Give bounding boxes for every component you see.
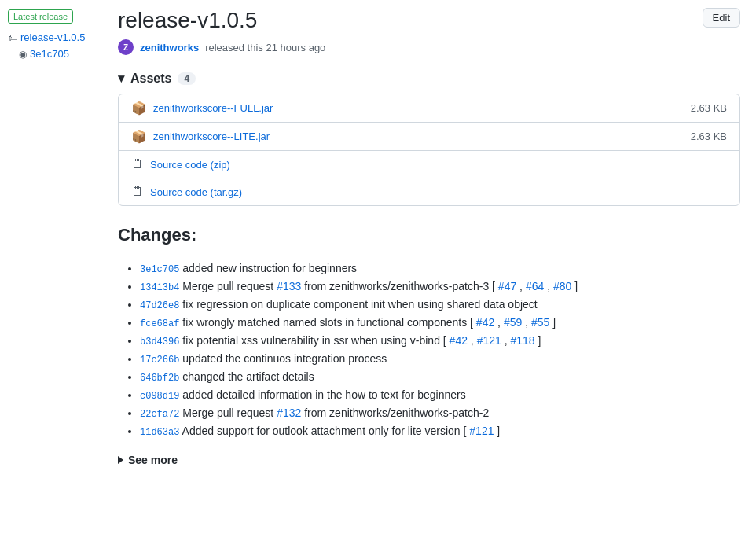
source-zip-link[interactable]: Source code (zip) bbox=[150, 159, 230, 171]
assets-list: 📦 zenithworkscore--FULL.jar 2.63 KB 📦 ze… bbox=[118, 94, 740, 206]
commit-hash-link[interactable]: 11d63a3 bbox=[140, 427, 179, 438]
commit-text: Merge pull request bbox=[182, 280, 277, 292]
release-title: release-v1.0.5 bbox=[118, 8, 257, 33]
asset-lite-jar-link[interactable]: zenithworkscore--LITE.jar bbox=[153, 131, 270, 142]
changes-section: Changes: 3e1c705 added new instruction f… bbox=[118, 225, 740, 438]
asset-full-jar-size: 2.63 KB bbox=[691, 102, 727, 114]
issue-link[interactable]: #118 bbox=[510, 334, 534, 347]
commit-hash-link[interactable]: 13413b4 bbox=[140, 282, 179, 293]
see-more-label: See more bbox=[128, 454, 178, 466]
issue-link[interactable]: #121 bbox=[469, 425, 494, 437]
list-item: 47d26e8 fix regression on duplicate comp… bbox=[140, 298, 740, 311]
list-item: fce68af fix wrongly matched named slots … bbox=[140, 316, 740, 329]
sidebar-tag-label: release-v1.0.5 bbox=[20, 31, 85, 43]
commit-hash-link[interactable]: 17c266b bbox=[140, 355, 179, 366]
source-targz-item: 🗒 Source code (tar.gz) bbox=[119, 178, 739, 205]
assets-section: ▾ Assets 4 📦 zenithworkscore--FULL.jar 2… bbox=[118, 71, 740, 206]
commit-text: Added support for outlook attachment onl… bbox=[182, 425, 470, 437]
latest-release-badge: Latest release bbox=[8, 9, 73, 24]
targz-icon: 🗒 bbox=[131, 185, 144, 199]
issue-link[interactable]: #64 bbox=[526, 280, 544, 292]
issue-link[interactable]: #59 bbox=[504, 316, 522, 329]
sidebar-commit-label: 3e1c705 bbox=[30, 48, 69, 60]
list-item: c098d19 added detailed information in th… bbox=[140, 388, 740, 402]
sidebar-commit[interactable]: ◉ 3e1c705 bbox=[8, 48, 94, 60]
commit-text: updated the continuos integration proces… bbox=[182, 352, 387, 365]
changes-title: Changes: bbox=[118, 225, 740, 252]
assets-title: Assets bbox=[130, 72, 171, 86]
commit-text: fix regression on duplicate component in… bbox=[182, 298, 537, 311]
asset-item: 📦 zenithworkscore--LITE.jar 2.63 KB bbox=[119, 123, 739, 151]
asset-item: 📦 zenithworkscore--FULL.jar 2.63 KB bbox=[119, 94, 739, 123]
commit-hash-link[interactable]: 47d26e8 bbox=[140, 300, 179, 311]
commit-hash-link[interactable]: 22cfa72 bbox=[140, 409, 179, 420]
asset-lite-jar-size: 2.63 KB bbox=[691, 131, 727, 142]
comma: , bbox=[525, 316, 531, 329]
comma: , bbox=[471, 334, 477, 347]
commit-icon: ◉ bbox=[19, 49, 27, 60]
sidebar: Latest release 🏷 release-v1.0.5 ◉ 3e1c70… bbox=[0, 0, 102, 482]
pr-link[interactable]: #132 bbox=[277, 406, 301, 419]
release-meta: Z zenithworks released this 21 hours ago bbox=[118, 39, 740, 55]
issue-link[interactable]: #55 bbox=[531, 316, 549, 329]
list-item: 3e1c705 added new instruction for beginn… bbox=[140, 262, 740, 275]
list-item: 17c266b updated the continuos integratio… bbox=[140, 352, 740, 366]
list-item: b3d4396 fix potential xss vulnerability … bbox=[140, 334, 740, 348]
asset-full-jar-link[interactable]: zenithworkscore--FULL.jar bbox=[153, 102, 273, 114]
bracket: ] bbox=[497, 425, 500, 437]
see-more[interactable]: See more bbox=[118, 454, 740, 466]
source-targz-link[interactable]: Source code (tar.gz) bbox=[150, 186, 242, 198]
changes-list: 3e1c705 added new instruction for beginn… bbox=[118, 262, 740, 438]
commit-text: from zenithworks/zenithworks-patch-2 bbox=[304, 406, 489, 419]
list-item: 646bf2b changed the artifact details bbox=[140, 370, 740, 384]
commit-hash-link[interactable]: fce68af bbox=[140, 318, 179, 329]
bracket: ] bbox=[552, 316, 556, 329]
comma: , bbox=[519, 280, 526, 292]
assets-header[interactable]: ▾ Assets 4 bbox=[118, 71, 740, 86]
list-item: 13413b4 Merge pull request #133 from zen… bbox=[140, 280, 740, 293]
commit-hash-link[interactable]: 646bf2b bbox=[140, 373, 179, 384]
commit-text: added new instruction for beginners bbox=[182, 262, 357, 274]
pr-link[interactable]: #133 bbox=[277, 280, 301, 292]
assets-count: 4 bbox=[178, 72, 196, 85]
sidebar-tag[interactable]: 🏷 release-v1.0.5 bbox=[8, 31, 94, 43]
commit-text: fix potential xss vulnerability in ssr w… bbox=[182, 334, 449, 347]
commit-hash-link[interactable]: c098d19 bbox=[140, 391, 179, 402]
bracket: ] bbox=[574, 280, 578, 292]
release-header: release-v1.0.5 Edit bbox=[118, 8, 740, 33]
commit-hash-link[interactable]: 3e1c705 bbox=[140, 264, 179, 275]
list-item: 11d63a3 Added support for outlook attach… bbox=[140, 425, 740, 438]
list-item: 22cfa72 Merge pull request #132 from zen… bbox=[140, 406, 740, 420]
source-zip-item: 🗒 Source code (zip) bbox=[119, 151, 739, 178]
commit-text: from zenithworks/zenithworks-patch-3 [ bbox=[304, 280, 498, 292]
asset-left: 📦 zenithworkscore--LITE.jar bbox=[131, 129, 270, 144]
avatar: Z bbox=[118, 39, 134, 55]
commit-text: changed the artifact details bbox=[182, 370, 314, 383]
comma: , bbox=[547, 280, 553, 292]
tag-icon: 🏷 bbox=[8, 32, 17, 43]
issue-link[interactable]: #121 bbox=[477, 334, 501, 347]
issue-link[interactable]: #42 bbox=[476, 316, 494, 329]
main-content: release-v1.0.5 Edit Z zenithworks releas… bbox=[102, 0, 756, 482]
asset-left: 📦 zenithworkscore--FULL.jar bbox=[131, 101, 273, 116]
issue-link[interactable]: #47 bbox=[498, 280, 516, 292]
commit-text: Merge pull request bbox=[182, 406, 277, 419]
commit-text: fix wrongly matched named slots in funct… bbox=[182, 316, 476, 329]
bracket: ] bbox=[538, 334, 541, 347]
edit-button[interactable]: Edit bbox=[703, 8, 740, 28]
issue-link[interactable]: #42 bbox=[450, 334, 468, 347]
zip-icon: 🗒 bbox=[131, 157, 144, 171]
commit-text: added detailed information in the how to… bbox=[182, 388, 465, 401]
comma: , bbox=[497, 316, 504, 329]
commit-hash-link[interactable]: b3d4396 bbox=[140, 337, 179, 348]
released-text: released this 21 hours ago bbox=[205, 42, 325, 53]
author-link[interactable]: zenithworks bbox=[140, 42, 199, 53]
triangle-right-icon bbox=[118, 456, 123, 464]
issue-link[interactable]: #80 bbox=[553, 280, 571, 292]
chevron-down-icon: ▾ bbox=[118, 71, 124, 86]
jar-icon: 📦 bbox=[131, 129, 147, 144]
jar-icon: 📦 bbox=[131, 101, 147, 116]
